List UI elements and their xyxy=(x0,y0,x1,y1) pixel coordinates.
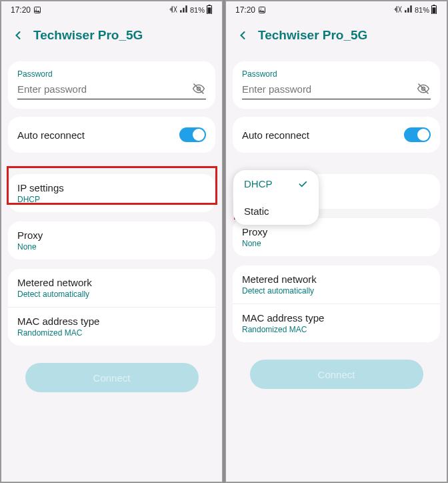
mac-title: MAC address type xyxy=(17,316,206,327)
metered-row[interactable]: Metered network Detect automatically xyxy=(233,266,440,304)
password-card: Password xyxy=(8,61,215,109)
status-bar: 17:20 81% xyxy=(226,1,447,19)
left-screenshot: 17:20 81% Techwiser Pro_5G Password xyxy=(0,0,223,483)
auto-reconnect-row: Auto reconnect xyxy=(8,117,215,153)
battery-text: 81% xyxy=(415,6,429,14)
metered-title: Metered network xyxy=(242,274,431,285)
ip-settings-row[interactable]: IP settings DHCP xyxy=(8,174,215,212)
picture-icon xyxy=(258,6,266,14)
network-settings-group: Metered network Detect automatically MAC… xyxy=(8,269,215,346)
proxy-row[interactable]: Proxy None xyxy=(8,221,215,260)
page-title: Techwiser Pro_5G xyxy=(258,28,367,43)
status-time: 17:20 xyxy=(11,5,31,15)
ip-settings-title: IP settings xyxy=(17,182,206,193)
metered-row[interactable]: Metered network Detect automatically xyxy=(8,269,215,307)
mac-value: Randomized MAC xyxy=(242,325,431,334)
battery-text: 81% xyxy=(190,6,205,14)
vibrate-icon xyxy=(169,5,178,15)
vibrate-icon xyxy=(393,5,403,15)
mac-value: Randomized MAC xyxy=(17,328,206,338)
connect-button[interactable]: Connect xyxy=(25,363,199,392)
proxy-value: None xyxy=(242,239,431,248)
svg-point-8 xyxy=(261,9,262,10)
proxy-value: None xyxy=(17,242,206,252)
battery-icon xyxy=(206,5,213,15)
svg-rect-4 xyxy=(208,7,211,13)
auto-reconnect-label: Auto reconnect xyxy=(242,129,309,141)
connect-button[interactable]: Connect xyxy=(250,360,423,389)
dropdown-option-dhcp[interactable]: DHCP xyxy=(233,170,319,197)
network-settings-group: Metered network Detect automatically MAC… xyxy=(233,266,440,342)
mac-row[interactable]: MAC address type Randomized MAC xyxy=(8,307,215,346)
mac-row[interactable]: MAC address type Randomized MAC xyxy=(233,304,440,342)
password-label: Password xyxy=(17,69,206,79)
svg-rect-11 xyxy=(433,7,436,13)
back-icon[interactable] xyxy=(235,28,250,43)
visibility-off-icon[interactable] xyxy=(191,81,206,96)
auto-reconnect-row: Auto reconnect xyxy=(233,117,440,153)
dropdown-option-label: DHCP xyxy=(244,178,273,189)
metered-title: Metered network xyxy=(17,277,206,288)
dropdown-option-static[interactable]: Static xyxy=(233,197,319,225)
visibility-off-icon[interactable] xyxy=(416,81,431,96)
auto-reconnect-toggle[interactable] xyxy=(179,127,206,142)
auto-reconnect-toggle[interactable] xyxy=(404,127,431,142)
password-input[interactable] xyxy=(17,83,191,95)
picture-icon xyxy=(33,6,41,14)
signal-icon xyxy=(404,5,413,15)
back-icon[interactable] xyxy=(11,28,25,43)
metered-value: Detect automatically xyxy=(17,290,206,299)
connect-label: Connect xyxy=(93,372,131,384)
header: Techwiser Pro_5G xyxy=(1,19,222,57)
mac-title: MAC address type xyxy=(242,312,431,324)
status-bar: 17:20 81% xyxy=(1,1,222,19)
proxy-title: Proxy xyxy=(17,229,206,241)
battery-icon xyxy=(431,5,437,15)
metered-value: Detect automatically xyxy=(242,286,431,296)
page-title: Techwiser Pro_5G xyxy=(33,28,143,43)
auto-reconnect-label: Auto reconnect xyxy=(17,129,85,141)
status-time: 17:20 xyxy=(235,5,255,15)
connect-label: Connect xyxy=(318,369,355,380)
dropdown-option-label: Static xyxy=(244,205,269,217)
header: Techwiser Pro_5G xyxy=(226,19,447,57)
password-label: Password xyxy=(242,69,431,79)
check-icon xyxy=(297,179,308,189)
signal-icon xyxy=(179,5,189,15)
proxy-title: Proxy xyxy=(242,226,431,237)
ip-settings-value: DHCP xyxy=(17,195,206,204)
ip-settings-dropdown: DHCP Static xyxy=(233,170,319,225)
password-input[interactable] xyxy=(242,83,416,95)
password-card: Password xyxy=(233,61,440,109)
right-screenshot: 17:20 81% Techwiser Pro_5G Password xyxy=(225,0,448,483)
svg-point-1 xyxy=(36,9,37,10)
